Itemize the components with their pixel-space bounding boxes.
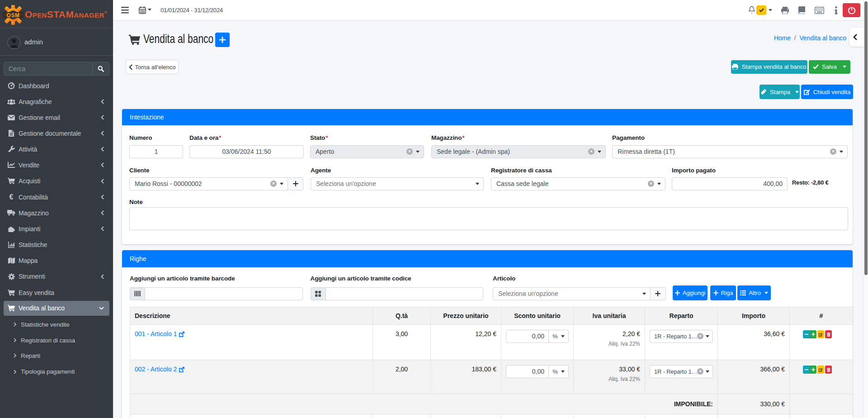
svg-text:OSM: OSM [7, 12, 20, 19]
